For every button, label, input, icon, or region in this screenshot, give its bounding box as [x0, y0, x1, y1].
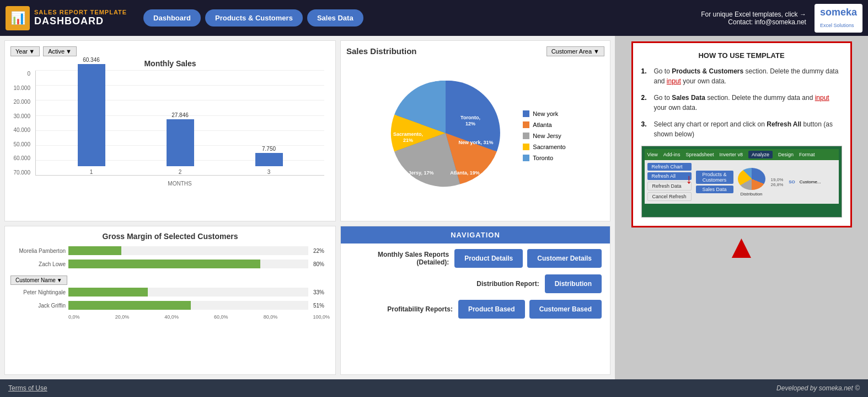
nav-dashboard[interactable]: Dashboard	[143, 9, 201, 27]
monthly-sales-title: Monthly Sales	[10, 59, 330, 68]
bar-month-3	[255, 153, 283, 166]
nav-label-distribution: Distribution Report:	[349, 280, 539, 288]
svg-text:Toronto,: Toronto,	[460, 115, 480, 120]
navigation-panel: NAVIGATION Monthly Sales Reports (Detail…	[340, 226, 610, 375]
gm-row-peter: Peter Nightingale 33%	[10, 288, 330, 297]
dist-title: Sales Distribution	[346, 46, 417, 56]
legend-toronto: Toronto	[523, 155, 565, 161]
bar-2: 27.846 2	[167, 112, 194, 175]
nav-panel-header: NAVIGATION	[341, 226, 610, 244]
refresh-chart-btn[interactable]: Refresh Chart	[647, 163, 692, 171]
svg-text:Atlanta, 19%: Atlanta, 19%	[451, 170, 480, 176]
legend-color-toronto	[523, 155, 529, 161]
dashboard-area: Year ▼ Active ▼ Monthly Sales 70.000 60.…	[0, 36, 615, 379]
step-1: 1. Go to Products & Customers section. D…	[641, 66, 842, 86]
nav-row-monthly: Monthly Sales Reports (Detailed): Produc…	[349, 249, 602, 268]
gm-label-peter: Peter Nightingale	[10, 289, 66, 295]
nav-row-profitability: Profitability Reports: Product Based Cus…	[349, 300, 602, 319]
gm-pct-peter: 33%	[313, 289, 330, 295]
bar-3: 7.750 3	[255, 146, 283, 175]
svg-text:New Jersy, 17%: New Jersy, 17%	[397, 170, 434, 176]
customer-area-filter[interactable]: Customer Area ▼	[546, 46, 604, 56]
products-customers-mini-btn[interactable]: Products &Customers	[696, 171, 733, 184]
header-titles: SALES REPORT TEMPLATE DASHBOARD	[34, 9, 127, 27]
gm-label-zach: Zach Lowe	[10, 261, 66, 267]
nav-btns-distribution: Distribution	[545, 274, 602, 293]
gm-chart: Morelia Pamberton 22% Zach Lowe 80%	[10, 246, 330, 346]
distribution-button[interactable]: Distribution	[545, 274, 602, 293]
bar-1: 60.346 1	[78, 57, 105, 175]
gm-row-morelia: Morelia Pamberton 22%	[10, 246, 330, 255]
nav-body: Monthly Sales Reports (Detailed): Produc…	[341, 244, 610, 331]
year-filter[interactable]: Year ▼	[10, 46, 40, 56]
gm-bar-jack-inner	[68, 301, 191, 310]
gm-bar-peter-inner	[68, 288, 148, 297]
app-header: 📊 SALES REPORT TEMPLATE DASHBOARD Dashbo…	[0, 0, 868, 36]
bar-month-2	[167, 119, 194, 166]
refresh-data-btn[interactable]: Refresh Data	[647, 182, 692, 190]
bar-chart-area: 70.000 60.000 50.000 40.000 30.000 20.00…	[10, 71, 330, 192]
header-title: DASHBOARD	[34, 15, 127, 27]
dist-header: Sales Distribution Customer Area ▼	[346, 46, 604, 56]
nav-btns-monthly: Product Details Customer Details	[454, 249, 602, 268]
customer-details-button[interactable]: Customer Details	[527, 249, 602, 268]
gm-pct-jack: 51%	[313, 303, 330, 309]
how-to-title: HOW TO USE TEMPLATE	[641, 51, 842, 60]
product-based-button[interactable]: Product Based	[458, 300, 525, 319]
header-nav: Dashboard Products & Customers Sales Dat…	[143, 9, 363, 27]
monthly-sales-panel: Year ▼ Active ▼ Monthly Sales 70.000 60.…	[4, 40, 336, 221]
nav-sales-data[interactable]: Sales Data	[307, 9, 363, 27]
footer-credit: Developed by someka.net ©	[776, 384, 860, 392]
mini-pie-chart	[738, 168, 765, 190]
excel-ribbon: View Add-ins Spreadsheet Inverter v8 Ana…	[645, 149, 839, 160]
gm-x-labels: 0,0% 20,0% 40,0% 60,0% 80,0% 100,0%	[10, 314, 330, 320]
header-promo: For unique Excel templates, click → Cont…	[701, 10, 806, 26]
legend-atlanta: Atlanta	[523, 121, 565, 128]
x-axis-label: MONTHS	[35, 181, 324, 187]
terms-of-use-link[interactable]: Terms of Use	[8, 384, 47, 392]
footer: Terms of Use Developed by someka.net ©	[0, 379, 868, 397]
refresh-all-btn[interactable]: Refresh All	[647, 172, 692, 180]
refresh-arrow: ↓	[686, 171, 693, 187]
gm-bar-morelia-inner	[68, 246, 121, 255]
y-axis-labels: 70.000 60.000 50.000 40.000 30.000 20.00…	[10, 71, 33, 176]
legend-newyork: New york	[523, 110, 565, 117]
gm-bar-jack-outer	[68, 301, 308, 310]
promo-text: For unique Excel templates, click →	[701, 10, 806, 18]
logo: 📊 SALES REPORT TEMPLATE DASHBOARD	[6, 6, 127, 30]
monthly-sales-filters: Year ▼ Active ▼	[10, 46, 330, 56]
header-subtitle: SALES REPORT TEMPLATE	[34, 9, 127, 15]
gm-bar-peter-outer	[68, 288, 308, 297]
gm-label-morelia: Morelia Pamberton	[10, 248, 66, 254]
logo-icon: 📊	[6, 6, 30, 30]
step-3: 3. Select any chart or report and click …	[641, 119, 842, 139]
svg-text:Sacramento,: Sacramento,	[393, 131, 423, 137]
excel-toolbar: Refresh Chart Refresh All Refresh Data C…	[645, 160, 839, 204]
nav-label-profitability: Profitability Reports:	[349, 305, 453, 313]
pie-legend: New york Atlanta New Jersy Sacramen	[523, 110, 565, 161]
gm-pct-morelia: 22%	[313, 248, 330, 254]
gm-bar-zach-outer	[68, 260, 308, 268]
pie-legend-area: Toronto, 12% New york, 31% Atlanta, 19% …	[346, 56, 604, 215]
customer-name-filter[interactable]: Customer Name ▼	[10, 276, 67, 285]
gm-row-zach: Zach Lowe 80%	[10, 260, 330, 268]
active-filter[interactable]: Active ▼	[43, 46, 77, 56]
gm-row-jack: Jack Griffin 51%	[10, 301, 330, 310]
excel-preview: View Add-ins Spreadsheet Inverter v8 Ana…	[641, 146, 842, 218]
step-2: 2. Go to Sales Data section. Delete the …	[641, 93, 842, 113]
sales-data-mini-btn[interactable]: Sales Data	[696, 186, 733, 193]
nav-label-monthly: Monthly Sales Reports (Detailed):	[349, 251, 449, 266]
nav-products-customers[interactable]: Products & Customers	[205, 9, 303, 27]
legend-color-atlanta	[523, 121, 529, 128]
svg-text:New york, 31%: New york, 31%	[459, 140, 494, 145]
customer-based-button[interactable]: Customer Based	[529, 300, 602, 319]
dashboard-top: Year ▼ Active ▼ Monthly Sales 70.000 60.…	[0, 36, 615, 224]
brand-name: someka	[820, 7, 857, 18]
pie-chart: Toronto, 12% New york, 31% Atlanta, 19% …	[385, 72, 512, 199]
legend-color-newyork	[523, 110, 529, 117]
gm-pct-zach: 80%	[313, 261, 330, 267]
product-details-button[interactable]: Product Details	[454, 249, 523, 268]
cancel-refresh-btn[interactable]: Cancel Refresh	[647, 192, 692, 201]
gm-bar-morelia-outer	[68, 246, 308, 255]
dashboard-bottom: Gross Margin of Selected Customers Morel…	[0, 224, 615, 379]
